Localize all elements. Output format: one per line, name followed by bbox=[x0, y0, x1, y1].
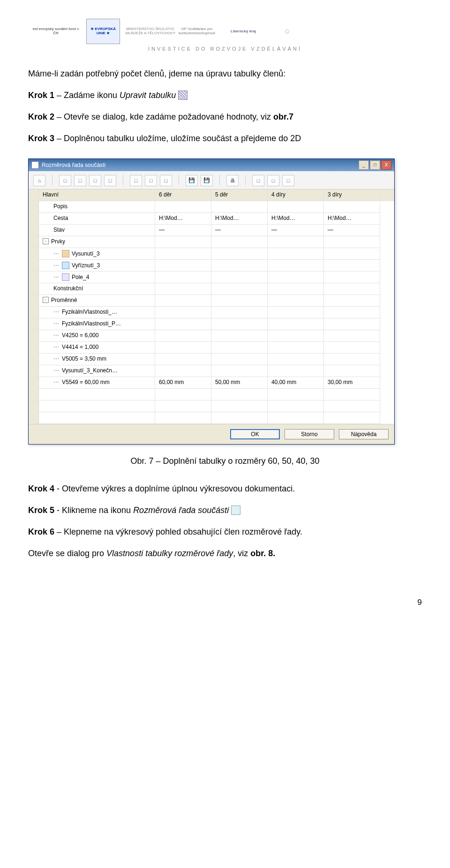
grid-cell[interactable] bbox=[324, 283, 380, 295]
row-handle[interactable] bbox=[29, 377, 39, 389]
grid-row[interactable]: Popis bbox=[29, 201, 394, 213]
grid-header-col-2[interactable]: 6 děr bbox=[155, 189, 211, 201]
grid-cell[interactable] bbox=[155, 283, 211, 295]
close-button[interactable]: X bbox=[381, 160, 391, 170]
tree-cell[interactable]: -Proměnné bbox=[39, 295, 155, 307]
grid-row[interactable]: ⋯FyzikálníVlastnosti_… bbox=[29, 307, 394, 318]
grid-cell[interactable] bbox=[155, 354, 211, 365]
row-handle[interactable] bbox=[29, 213, 39, 225]
row-handle[interactable] bbox=[29, 283, 39, 295]
toolbar-button-7[interactable]: □ bbox=[160, 175, 172, 186]
grid-row[interactable]: ⋯V5549 = 60,00 mm60,00 mm50,00 mm40,00 m… bbox=[29, 377, 394, 389]
grid-cell[interactable] bbox=[155, 236, 211, 248]
grid-cell[interactable] bbox=[211, 260, 268, 272]
row-handle[interactable] bbox=[29, 318, 39, 330]
grid-cell[interactable] bbox=[211, 201, 268, 213]
grid-cell[interactable] bbox=[324, 354, 380, 365]
row-handle[interactable] bbox=[29, 201, 39, 213]
row-handle[interactable] bbox=[29, 330, 39, 342]
grid-cell[interactable] bbox=[211, 389, 268, 400]
toolbar-button-2[interactable]: □ bbox=[74, 175, 86, 186]
row-handle[interactable] bbox=[29, 354, 39, 365]
tree-cell[interactable]: ⋯Vyříznutí_3 bbox=[39, 260, 155, 272]
grid-cell[interactable] bbox=[155, 342, 211, 354]
grid-cell[interactable] bbox=[324, 248, 380, 260]
grid-cell[interactable]: 40,00 mm bbox=[268, 377, 324, 389]
row-handle[interactable] bbox=[29, 342, 39, 354]
grid-cell[interactable] bbox=[324, 400, 380, 412]
grid-row[interactable] bbox=[29, 412, 394, 424]
grid-header-col-3[interactable]: 5 děr bbox=[211, 189, 268, 201]
grid-cell[interactable] bbox=[268, 400, 324, 412]
toolbar-print-icon[interactable]: 🖶 bbox=[226, 175, 239, 186]
row-handle[interactable] bbox=[29, 307, 39, 318]
grid-cell[interactable] bbox=[211, 283, 268, 295]
grid-row[interactable] bbox=[29, 389, 394, 400]
tree-cell[interactable]: Stav bbox=[39, 225, 155, 236]
grid-cell[interactable] bbox=[211, 354, 268, 365]
grid-header-col-1[interactable]: Hlavní bbox=[39, 189, 155, 201]
grid-cell[interactable]: — bbox=[211, 225, 268, 236]
grid-row[interactable]: ⋯Pole_4 bbox=[29, 272, 394, 283]
grid-cell[interactable] bbox=[324, 412, 380, 424]
grid-cell[interactable] bbox=[268, 295, 324, 307]
grid-cell[interactable] bbox=[268, 201, 324, 213]
grid-cell[interactable] bbox=[155, 272, 211, 283]
grid-cell[interactable] bbox=[211, 400, 268, 412]
row-handle[interactable] bbox=[29, 260, 39, 272]
grid-row[interactable]: -Proměnné bbox=[29, 295, 394, 307]
tree-cell[interactable]: -Prvky bbox=[39, 236, 155, 248]
grid-cell[interactable] bbox=[268, 365, 324, 377]
toolbar-button-4[interactable]: □ bbox=[104, 175, 116, 186]
ok-button[interactable]: OK bbox=[230, 429, 280, 439]
tree-cell[interactable]: ⋯V5549 = 60,00 mm bbox=[39, 377, 155, 389]
cancel-button[interactable]: Storno bbox=[285, 429, 334, 439]
grid-cell[interactable] bbox=[324, 330, 380, 342]
grid-cell[interactable] bbox=[324, 295, 380, 307]
grid-cell[interactable] bbox=[211, 365, 268, 377]
grid-cell[interactable]: — bbox=[155, 225, 211, 236]
grid-row[interactable]: Konstrukční bbox=[29, 283, 394, 295]
tree-cell[interactable]: ⋯Vysunutí_3_Konečn… bbox=[39, 365, 155, 377]
row-handle[interactable] bbox=[29, 248, 39, 260]
grid-cell[interactable] bbox=[324, 260, 380, 272]
tree-cell[interactable]: ⋯Vysunutí_3 bbox=[39, 248, 155, 260]
toolbar-button-9[interactable]: □ bbox=[267, 175, 279, 186]
grid-cell[interactable] bbox=[211, 272, 268, 283]
grid-row[interactable]: ⋯V5005 = 3,50 mm bbox=[29, 354, 394, 365]
grid-cell[interactable] bbox=[268, 248, 324, 260]
grid-cell[interactable] bbox=[268, 318, 324, 330]
grid-cell[interactable]: 60,00 mm bbox=[155, 377, 211, 389]
grid-cell[interactable]: — bbox=[324, 225, 380, 236]
grid-cell[interactable] bbox=[155, 295, 211, 307]
grid-cell[interactable] bbox=[324, 272, 380, 283]
grid-row[interactable] bbox=[29, 400, 394, 412]
tree-cell[interactable]: ⋯V4414 = 1,000 bbox=[39, 342, 155, 354]
grid-cell[interactable] bbox=[324, 307, 380, 318]
grid-cell[interactable] bbox=[268, 412, 324, 424]
grid-cell[interactable] bbox=[155, 201, 211, 213]
grid-cell[interactable]: H:\Mod… bbox=[324, 213, 380, 225]
row-handle[interactable] bbox=[29, 295, 39, 307]
grid-row[interactable]: ⋯V4250 = 6,000 bbox=[29, 330, 394, 342]
row-handle[interactable] bbox=[29, 389, 39, 400]
toolbar-button-6[interactable]: □ bbox=[145, 175, 157, 186]
grid-cell[interactable] bbox=[324, 342, 380, 354]
grid-cell[interactable] bbox=[268, 307, 324, 318]
tree-cell[interactable]: ⋯FyzikálníVlastnosti_P… bbox=[39, 318, 155, 330]
grid-cell[interactable] bbox=[211, 412, 268, 424]
grid-cell[interactable] bbox=[155, 307, 211, 318]
maximize-button[interactable]: □ bbox=[370, 160, 380, 170]
grid-cell[interactable] bbox=[324, 389, 380, 400]
grid-cell[interactable] bbox=[155, 412, 211, 424]
grid-row[interactable]: ⋯Vyříznutí_3 bbox=[29, 260, 394, 272]
toolbar-button-3[interactable]: □ bbox=[89, 175, 101, 186]
row-handle[interactable] bbox=[29, 365, 39, 377]
grid-cell[interactable] bbox=[155, 330, 211, 342]
grid-cell[interactable] bbox=[268, 283, 324, 295]
grid-cell[interactable] bbox=[268, 330, 324, 342]
tree-cell[interactable]: ⋯V4250 = 6,000 bbox=[39, 330, 155, 342]
row-handle[interactable] bbox=[29, 412, 39, 424]
tree-toggle-icon[interactable]: - bbox=[43, 238, 49, 244]
minimize-button[interactable]: _ bbox=[359, 160, 369, 170]
